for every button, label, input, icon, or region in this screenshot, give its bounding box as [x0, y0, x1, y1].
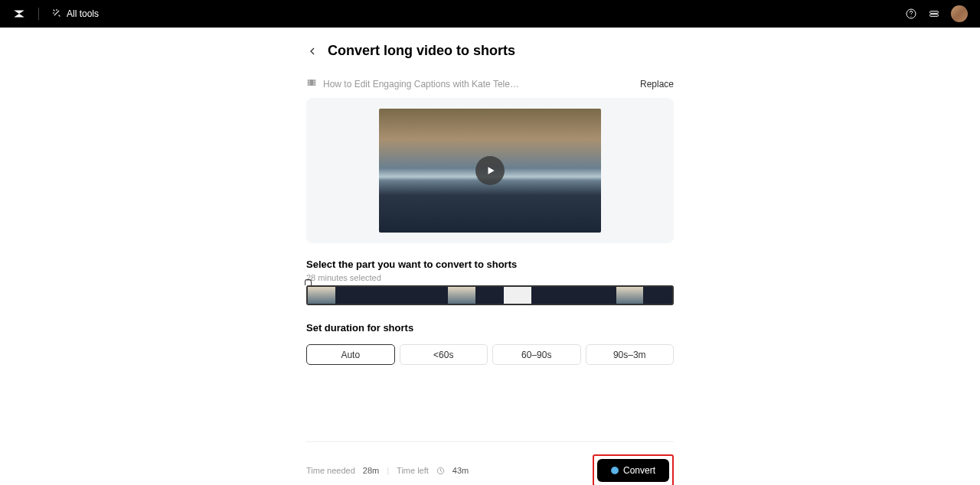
main-content: Convert long video to shorts How to Edit… [0, 28, 980, 485]
footer-separator: | [387, 466, 389, 475]
time-needed-value: 28m [363, 466, 379, 475]
timeline-frame [560, 287, 588, 304]
footer-info: Time needed 28m | Time left 43m [306, 466, 469, 476]
timeline-wrapper [306, 285, 674, 305]
video-preview-box [306, 98, 674, 243]
duration-option-60s[interactable]: <60s [400, 344, 488, 365]
svg-rect-1 [930, 11, 939, 14]
select-part-label: Select the part you want to convert to s… [306, 259, 674, 270]
timeline-frame [532, 287, 560, 304]
video-info: How to Edit Engaging Captions with Kate … [306, 77, 519, 90]
footer: Time needed 28m | Time left 43m Convert [306, 454, 674, 485]
timeline-playhead[interactable] [306, 279, 312, 285]
page-title: Convert long video to shorts [328, 43, 515, 59]
credits-icon[interactable] [928, 8, 940, 20]
timeline-frame [364, 287, 392, 304]
timeline-frame [420, 287, 448, 304]
video-info-row: How to Edit Engaging Captions with Kate … [306, 77, 674, 90]
svg-rect-2 [930, 15, 939, 17]
all-tools-button[interactable]: All tools [51, 8, 99, 21]
header-divider [38, 8, 39, 20]
replace-button[interactable]: Replace [640, 79, 674, 90]
header-left: All tools [12, 7, 99, 21]
svg-rect-3 [308, 80, 316, 86]
timeline-frame [308, 287, 336, 304]
header-right [905, 5, 968, 22]
video-thumbnail [379, 109, 601, 233]
duration-options: Auto <60s 60–90s 90s–3m [306, 344, 674, 365]
clock-icon [436, 466, 445, 476]
footer-divider [306, 441, 674, 442]
container: Convert long video to shorts How to Edit… [306, 43, 674, 485]
set-duration-label: Set duration for shorts [306, 322, 674, 334]
timeline-frame [644, 287, 672, 304]
page-title-row: Convert long video to shorts [306, 43, 674, 59]
timeline-frame [588, 287, 616, 304]
video-filename: How to Edit Engaging Captions with Kate … [323, 79, 519, 90]
timeline-frame [392, 287, 420, 304]
timeline-frame [616, 287, 645, 304]
duration-selected-text: 28 minutes selected [306, 273, 674, 282]
timeline-frame [504, 287, 532, 304]
timeline-frame [448, 287, 476, 304]
duration-option-60-90s[interactable]: 60–90s [492, 344, 581, 365]
convert-highlight: Convert [593, 454, 674, 485]
time-left-label: Time left [397, 466, 429, 475]
all-tools-label: All tools [67, 8, 99, 19]
timeline-frame [336, 287, 364, 304]
capcut-logo[interactable] [12, 7, 26, 21]
time-needed-label: Time needed [306, 466, 355, 475]
duration-option-90s-3m[interactable]: 90s–3m [586, 344, 675, 365]
convert-label: Convert [623, 465, 655, 476]
video-file-icon [306, 77, 317, 90]
play-button[interactable] [475, 156, 505, 185]
duration-option-auto[interactable]: Auto [306, 344, 395, 365]
convert-button[interactable]: Convert [597, 459, 669, 482]
timeline-frame [476, 287, 505, 304]
back-button[interactable] [306, 45, 318, 57]
time-left-value: 43m [452, 466, 469, 475]
help-icon[interactable] [905, 8, 917, 20]
wand-icon [51, 8, 62, 21]
sparkle-icon [611, 467, 619, 474]
app-header: All tools [0, 0, 980, 28]
avatar[interactable] [951, 5, 968, 22]
timeline-selector[interactable] [306, 285, 674, 305]
